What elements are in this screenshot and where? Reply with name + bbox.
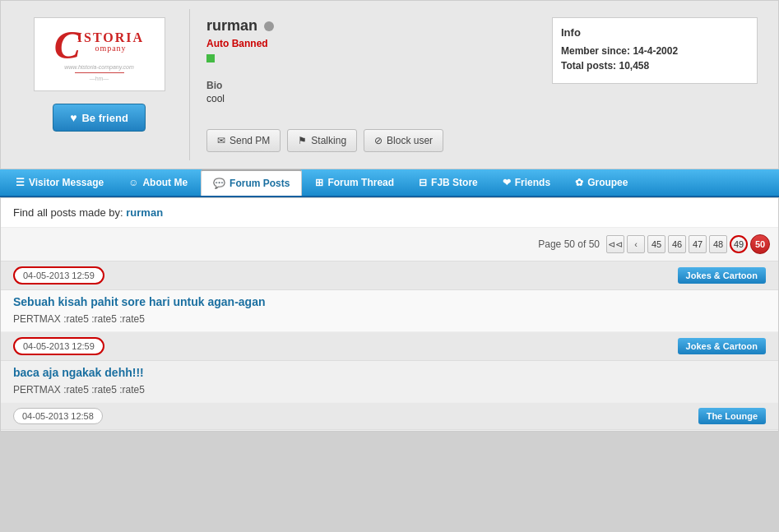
post-header: 04-05-2013 12:59 Jokes & Cartoon	[1, 332, 778, 361]
find-posts-username-link[interactable]: rurman	[126, 206, 163, 219]
heart-icon: ♥	[70, 111, 77, 124]
envelope-icon: ✉	[217, 135, 225, 146]
friends-icon: ❤	[503, 177, 511, 188]
post-header: 04-05-2013 12:59 Jokes & Cartoon	[1, 261, 778, 290]
post-title: baca aja ngakak dehh!!!	[1, 361, 778, 382]
post-title-link[interactable]: Sebuah kisah pahit sore hari untuk agan-…	[13, 295, 266, 308]
post-timestamp: 04-05-2013 12:59	[13, 266, 104, 285]
be-friend-button[interactable]: ♥ Be friend	[53, 104, 146, 132]
tabs-bar: ☰ Visitor Message ☺ About Me 💬 Forum Pos…	[0, 169, 779, 197]
post-category-badge[interactable]: The Lounge	[698, 408, 766, 424]
block-icon: ⊘	[374, 135, 383, 146]
profile-info-panel: Info Member since: 14-4-2002 Total posts…	[540, 9, 770, 160]
page-46-button[interactable]: 46	[668, 235, 686, 253]
flag-icon: ⚑	[298, 135, 307, 146]
info-icon: ☺	[128, 177, 138, 188]
groupee-icon: ✿	[575, 177, 583, 188]
message-icon: ☰	[16, 177, 25, 188]
member-since-row: Member since: 14-4-2002	[561, 45, 749, 57]
info-title: Info	[561, 26, 749, 39]
find-posts-bar: Find all posts made by: rurman	[1, 198, 778, 228]
green-indicator	[206, 54, 215, 62]
page-first-button[interactable]: ⊲⊲	[606, 235, 624, 253]
banned-label: Auto Banned	[206, 38, 523, 49]
page-49-button[interactable]: 49	[730, 235, 748, 253]
tab-forum-posts[interactable]: 💬 Forum Posts	[201, 169, 302, 196]
tab-visitor-message[interactable]: ☰ Visitor Message	[4, 170, 115, 195]
tab-friends[interactable]: ❤ Friends	[491, 170, 562, 195]
profile-left-panel: C ISTORIA ompany www.historia-company.co…	[9, 9, 190, 160]
page-50-button[interactable]: 50	[750, 234, 770, 254]
profile-username: rurman	[206, 17, 257, 35]
post-row: 04-05-2013 12:59 Jokes & Cartoon Sebuah …	[1, 261, 778, 332]
post-title-link[interactable]: baca aja ngakak dehh!!!	[13, 366, 144, 379]
total-posts-row: Total posts: 10,458	[561, 60, 749, 72]
bio-label: Bio	[206, 80, 523, 91]
tab-forum-thread[interactable]: ⊞ Forum Thread	[304, 170, 406, 195]
post-category-badge[interactable]: Jokes & Cartoon	[678, 338, 766, 354]
offline-status-icon	[264, 21, 274, 31]
block-user-button[interactable]: ⊘ Block user	[364, 129, 443, 152]
tab-groupee[interactable]: ✿ Groupee	[563, 170, 639, 195]
store-icon: ⊟	[419, 177, 427, 188]
tab-fjb-store[interactable]: ⊟ FJB Store	[407, 170, 489, 195]
tab-about-me[interactable]: ☺ About Me	[117, 170, 199, 195]
bio-value: cool	[206, 93, 523, 104]
pagination-row: Page 50 of 50 ⊲⊲ ‹ 45 46 47 48 49 50	[1, 228, 778, 261]
send-pm-button[interactable]: ✉ Send PM	[206, 129, 281, 152]
post-timestamp: 04-05-2013 12:58	[13, 408, 103, 424]
post-excerpt: PERTMAX :rate5 :rate5 :rate5	[1, 382, 778, 402]
logo-box: C ISTORIA ompany www.historia-company.co…	[34, 17, 165, 91]
page-label: Page 50 of 50	[538, 238, 600, 250]
post-excerpt: PERTMAX :rate5 :rate5 :rate5	[1, 312, 778, 331]
page-47-button[interactable]: 47	[689, 235, 707, 253]
posts-icon: 💬	[213, 178, 225, 189]
page-45-button[interactable]: 45	[647, 235, 665, 253]
page-48-button[interactable]: 48	[709, 235, 727, 253]
post-row: 04-05-2013 12:58 The Lounge	[1, 403, 778, 431]
page-prev-button[interactable]: ‹	[627, 235, 645, 253]
post-header: 04-05-2013 12:58 The Lounge	[1, 403, 778, 430]
post-title: Sebuah kisah pahit sore hari untuk agan-…	[1, 290, 778, 312]
content-area: Find all posts made by: rurman Page 50 o…	[0, 197, 779, 432]
profile-middle-panel: rurman Auto Banned Bio cool ✉ Send PM ⚑ …	[190, 9, 540, 160]
stalking-button[interactable]: ⚑ Stalking	[287, 129, 357, 152]
post-category-badge[interactable]: Jokes & Cartoon	[678, 267, 766, 284]
thread-icon: ⊞	[315, 177, 323, 188]
post-row: 04-05-2013 12:59 Jokes & Cartoon baca aj…	[1, 332, 778, 403]
post-timestamp: 04-05-2013 12:59	[13, 337, 104, 355]
